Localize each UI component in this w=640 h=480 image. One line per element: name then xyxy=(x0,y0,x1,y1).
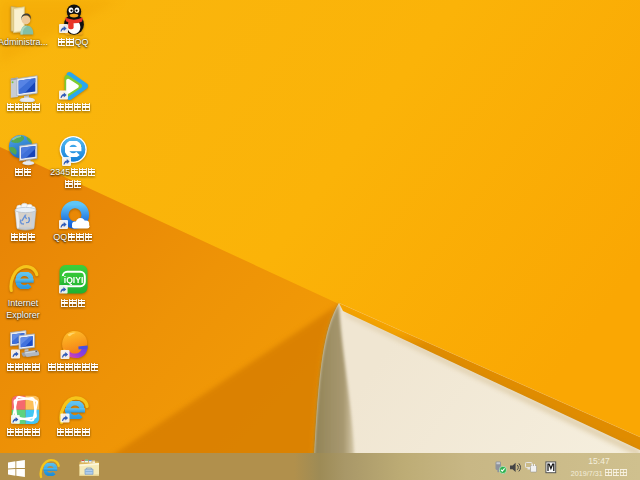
svg-text:iQIYI: iQIYI xyxy=(64,275,84,285)
